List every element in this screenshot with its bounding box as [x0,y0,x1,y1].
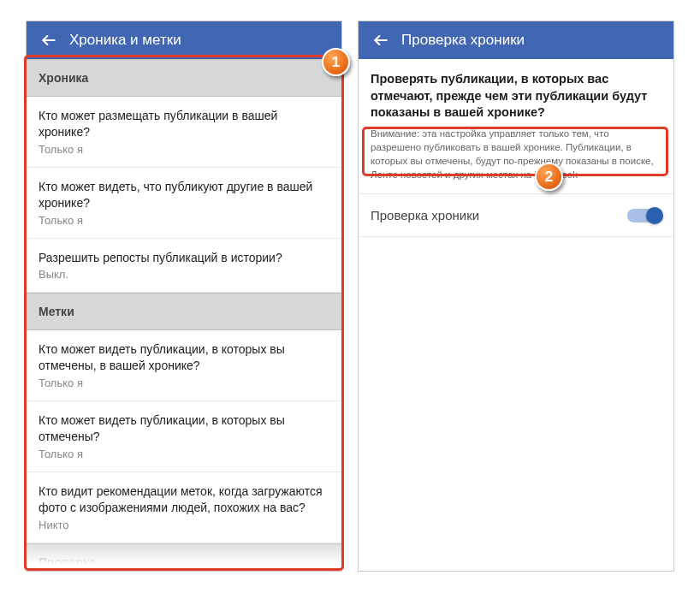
setting-value: Только я [39,214,329,227]
setting-title: Кто видит рекомендации меток, когда загр… [39,483,329,516]
setting-allow-reposts[interactable]: Разрешить репосты публикаций в истории? … [27,239,341,294]
section-header-review: Проверка [27,543,341,571]
toggle-knob [646,207,663,224]
annotation-callout-2: 2 [535,163,563,191]
toggle-label: Проверка хроники [371,208,479,222]
setting-who-sees-tagged[interactable]: Кто может видеть публикации, в которых в… [27,401,341,472]
setting-value: Только я [39,377,329,389]
settings-content-left: Хроника Кто может размещать публикации в… [27,59,341,571]
page-title-left: Хроника и метки [69,32,181,49]
review-description: Внимание: эта настройка управляет только… [359,127,673,194]
timeline-review-toggle[interactable] [627,209,661,222]
setting-who-sees-others[interactable]: Кто может видеть, что публикуют другие в… [27,168,341,239]
setting-tag-suggestions[interactable]: Кто видит рекомендации меток, когда загр… [27,472,341,543]
phone-screen-right: Проверка хроники Проверять публикации, в… [358,21,674,572]
phone-screen-left: Хроника и метки Хроника Кто может размещ… [26,21,342,572]
setting-value: Никто [39,519,329,531]
section-header-timeline: Хроника [27,59,341,97]
annotation-callout-1: 1 [322,48,350,76]
setting-who-sees-tagged-timeline[interactable]: Кто может видеть публикации, в которых в… [27,330,341,401]
back-arrow-icon[interactable] [367,27,394,54]
back-arrow-icon[interactable] [35,27,62,54]
setting-title: Кто может видеть публикации, в которых в… [39,412,329,445]
setting-value: Выкл. [39,268,329,281]
setting-who-can-post[interactable]: Кто может размещать публикации в вашей х… [27,97,341,168]
setting-value: Только я [39,143,329,156]
setting-title: Кто может видеть публикации, в которых в… [39,341,329,374]
review-heading: Проверять публикации, в которых вас отме… [359,59,673,127]
timeline-review-toggle-row[interactable]: Проверка хроники [359,194,673,237]
settings-content-right: Проверять публикации, в которых вас отме… [359,59,673,571]
setting-value: Только я [39,448,329,460]
setting-title: Разрешить репосты публикаций в истории? [39,250,329,266]
setting-title: Кто может размещать публикации в вашей х… [39,108,329,140]
section-header-tags: Метки [27,293,341,330]
setting-title: Кто может видеть, что публикуют другие в… [39,179,329,211]
app-header-left: Хроника и метки [27,21,341,59]
page-title-right: Проверка хроники [401,32,525,49]
app-header-right: Проверка хроники [359,21,673,59]
